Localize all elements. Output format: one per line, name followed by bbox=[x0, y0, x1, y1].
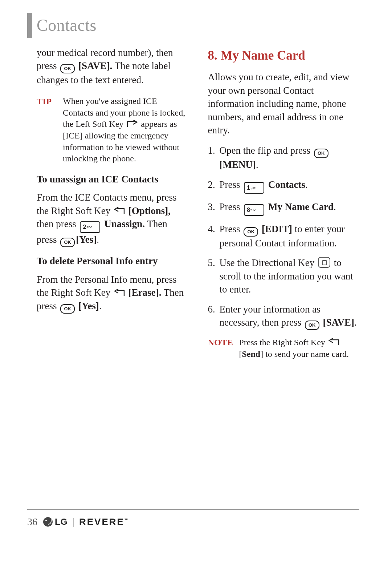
body-text: Open the flip and press bbox=[220, 145, 313, 156]
directional-key-icon bbox=[318, 257, 330, 268]
save-label: [SAVE] bbox=[323, 317, 354, 328]
ok-key-icon: OK bbox=[60, 64, 75, 73]
subheading-delete: To delete Personal Info entry bbox=[37, 254, 188, 267]
key-letters: .,@ bbox=[250, 186, 256, 190]
subheading-unassign: To unassign an ICE Contacts bbox=[37, 173, 188, 186]
key-digit: 1 bbox=[247, 185, 250, 191]
body-text: Press the Right Soft Key bbox=[239, 338, 327, 347]
unassign-paragraph: From the ICE Contacts menu, press the Ri… bbox=[37, 191, 188, 247]
tip-block: TIP When you've assigned ICE Contacts an… bbox=[37, 96, 188, 165]
brand-divider: | bbox=[71, 516, 75, 528]
body-text: Press bbox=[220, 179, 243, 190]
key-letters: abc bbox=[86, 225, 92, 229]
delete-paragraph: From the Personal Info menu, press the R… bbox=[37, 273, 188, 314]
brand-mark: LG | REVERE™ bbox=[43, 516, 129, 528]
tip-label: TIP bbox=[37, 96, 59, 165]
numbered-steps: Open the flip and press OK [MENU]. Press… bbox=[208, 144, 360, 330]
ok-key-icon: OK bbox=[244, 227, 258, 237]
contacts-label: Contacts bbox=[268, 179, 305, 190]
send-label: Send bbox=[242, 349, 261, 359]
right-column: 8. My Name Card Allows you to create, ed… bbox=[208, 46, 360, 360]
yes-label: [Yes] bbox=[78, 301, 99, 311]
key-digit: 8 bbox=[247, 207, 250, 213]
two-column-layout: your medical record number), then press … bbox=[27, 46, 359, 360]
trademark-symbol: ™ bbox=[124, 517, 129, 523]
note-label: NOTE bbox=[208, 337, 238, 360]
ok-key-icon: OK bbox=[314, 149, 328, 158]
edit-label: [EDIT] bbox=[262, 223, 292, 234]
erase-label: [Erase]. bbox=[128, 287, 162, 298]
unassign-label: Unassign. bbox=[104, 218, 145, 229]
page-number: 36 bbox=[27, 516, 37, 528]
right-softkey-icon bbox=[114, 287, 125, 295]
options-label: [Options], bbox=[128, 205, 171, 216]
lg-face-icon bbox=[43, 517, 53, 527]
my-name-card-label: My Name Card bbox=[268, 201, 334, 212]
left-column: your medical record number), then press … bbox=[27, 46, 188, 360]
keypad-8-icon: 8tuv bbox=[244, 204, 264, 216]
left-softkey-icon bbox=[127, 120, 138, 128]
revere-text: REVERE bbox=[79, 516, 124, 527]
tip-body: When you've assigned ICE Contacts and yo… bbox=[63, 96, 188, 165]
body-text: Press bbox=[220, 223, 243, 234]
chapter-title: Contacts bbox=[37, 13, 97, 38]
note-body: Press the Right Soft Key [Send] to send … bbox=[239, 337, 360, 360]
revere-logo: REVERE™ bbox=[79, 517, 129, 527]
key-letters: tuv bbox=[250, 208, 256, 212]
save-label: [SAVE]. bbox=[78, 60, 112, 71]
ok-key-icon: OK bbox=[305, 321, 319, 330]
right-softkey-icon bbox=[328, 338, 339, 346]
chapter-header: Contacts bbox=[27, 13, 359, 38]
manual-page: Contacts your medical record number), th… bbox=[0, 0, 392, 564]
step-5: Use the Directional Key to scroll to the… bbox=[208, 256, 360, 296]
step-1: Open the flip and press OK [MENU]. bbox=[208, 144, 360, 171]
step-3: Press 8tuv My Name Card. bbox=[208, 200, 360, 216]
yes-label: [Yes] bbox=[76, 234, 97, 245]
footer-divider bbox=[27, 509, 359, 510]
step-6: Enter your information as necessary, the… bbox=[208, 303, 360, 330]
keypad-2-icon: 2abc bbox=[80, 221, 100, 233]
continued-paragraph: your medical record number), then press … bbox=[37, 46, 188, 87]
intro-paragraph: Allows you to create, edit, and view you… bbox=[208, 70, 360, 137]
body-text: Use the Directional Key bbox=[220, 257, 317, 268]
step-4: Press OK [EDIT] to enter your personal C… bbox=[208, 222, 360, 250]
menu-label: [MENU] bbox=[220, 159, 256, 170]
body-text: then press bbox=[37, 218, 78, 229]
page-footer: 36 LG | REVERE™ bbox=[27, 516, 129, 528]
body-text: ] to send your name card. bbox=[260, 349, 349, 359]
step-2: Press 1.,@ Contacts. bbox=[208, 178, 360, 194]
lg-logo: LG bbox=[43, 517, 68, 527]
ok-key-icon: OK bbox=[60, 238, 75, 247]
header-accent-bar bbox=[27, 13, 32, 38]
ok-key-icon: OK bbox=[60, 304, 75, 314]
keypad-1-icon: 1.,@ bbox=[244, 182, 264, 194]
right-softkey-icon bbox=[114, 205, 125, 213]
note-block: NOTE Press the Right Soft Key [Send] to … bbox=[208, 337, 360, 360]
body-text: Press bbox=[220, 201, 243, 212]
section-title: 8. My Name Card bbox=[208, 47, 360, 64]
lg-text: LG bbox=[55, 517, 68, 526]
